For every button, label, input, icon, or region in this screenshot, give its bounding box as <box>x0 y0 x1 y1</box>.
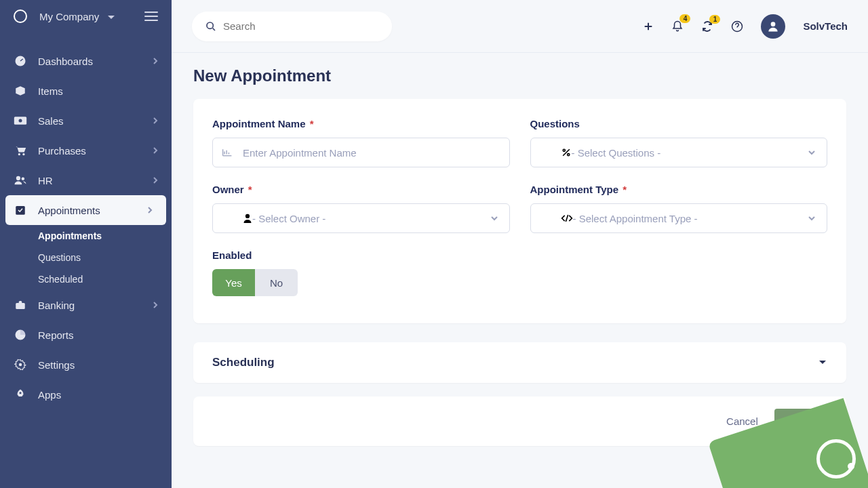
svg-point-5 <box>16 176 20 180</box>
appointment-type-select[interactable]: - Select Appointment Type - <box>530 203 828 233</box>
required-marker: * <box>307 118 314 129</box>
help-button[interactable] <box>731 20 743 33</box>
rocket-icon <box>14 388 27 401</box>
sidebar: My Company Dashboards Items S <box>0 0 172 488</box>
sidebar-item-purchases[interactable]: Purchases <box>0 136 172 165</box>
save-button[interactable]: Save <box>774 409 827 434</box>
search-box[interactable] <box>192 12 392 41</box>
search-input[interactable] <box>223 20 378 32</box>
appointment-type-label: Appointment Type * <box>530 184 828 195</box>
svg-point-15 <box>567 154 569 156</box>
questions-select[interactable]: - Select Questions - <box>530 138 828 167</box>
required-marker: * <box>620 184 627 195</box>
chevron-right-icon <box>153 301 158 309</box>
pie-chart-icon <box>14 328 27 342</box>
topbar: 4 1 SolvTech <box>172 0 868 53</box>
chevron-right-icon <box>153 117 158 125</box>
sidebar-item-dashboards[interactable]: Dashboards <box>0 46 172 76</box>
company-name: My Company <box>39 11 99 22</box>
nav-label: Banking <box>38 300 75 311</box>
svg-point-13 <box>771 22 776 26</box>
code-icon <box>561 214 573 223</box>
box-icon <box>14 84 27 98</box>
nav: Dashboards Items Sales Purchases <box>0 46 172 409</box>
main: 4 1 SolvTech New Appointment Appointment… <box>172 0 868 488</box>
sidebar-item-banking[interactable]: Banking <box>0 290 172 320</box>
chevron-down-icon <box>818 359 827 366</box>
top-icons: 4 1 SolvTech <box>643 14 848 39</box>
user-name[interactable]: SolvTech <box>803 20 848 32</box>
chevron-down-icon <box>808 150 816 155</box>
person-icon <box>243 213 252 224</box>
chevron-right-icon <box>153 176 158 184</box>
questions-label: Questions <box>530 118 828 129</box>
percent-icon <box>561 147 572 158</box>
svg-point-6 <box>22 177 25 180</box>
svg-point-11 <box>207 22 213 28</box>
svg-point-4 <box>22 153 24 155</box>
chevron-down-icon <box>808 216 816 221</box>
questions-placeholder: - Select Questions - <box>572 147 661 159</box>
appointment-type-placeholder: - Select Appointment Type - <box>573 213 698 224</box>
chevron-right-icon <box>147 206 153 214</box>
subnav-item-questions[interactable]: Questions <box>38 247 172 268</box>
sidebar-item-settings[interactable]: Settings <box>0 350 172 380</box>
cash-icon <box>14 114 27 127</box>
add-button[interactable] <box>643 21 654 32</box>
sidebar-item-hr[interactable]: HR <box>0 165 172 195</box>
nav-label: Settings <box>38 359 75 371</box>
menu-toggle-icon[interactable] <box>144 12 158 21</box>
corner-logo-icon <box>816 439 856 479</box>
users-icon <box>14 174 27 187</box>
footer-bar: Cancel Save <box>193 396 846 446</box>
svg-point-10 <box>20 392 22 394</box>
calendar-check-icon <box>14 203 27 217</box>
appointment-name-input[interactable] <box>212 138 510 167</box>
sync-button[interactable]: 1 <box>701 20 713 33</box>
company-selector[interactable]: My Company <box>39 11 144 22</box>
page-title: New Appointment <box>193 66 846 85</box>
nav-label: Sales <box>38 115 64 127</box>
owner-placeholder: - Select Owner - <box>252 213 326 224</box>
svg-point-3 <box>18 153 20 155</box>
chart-icon <box>222 148 233 157</box>
svg-point-14 <box>563 149 565 151</box>
enabled-toggle: Yes No <box>212 269 298 296</box>
briefcase-icon <box>14 298 27 312</box>
appointment-name-label: Appointment Name * <box>212 118 510 129</box>
enabled-no-button[interactable]: No <box>255 269 298 296</box>
svg-point-2 <box>19 119 22 123</box>
sidebar-item-items[interactable]: Items <box>0 76 172 106</box>
required-marker: * <box>245 184 252 195</box>
logo-icon <box>14 9 27 23</box>
chevron-right-icon <box>153 146 158 155</box>
field-appointment-type: Appointment Type * - Select Appointment … <box>530 184 828 233</box>
sidebar-item-reports[interactable]: Reports <box>0 320 172 350</box>
avatar[interactable] <box>761 14 785 39</box>
sidebar-item-apps[interactable]: Apps <box>0 380 172 409</box>
field-questions: Questions - Select Questions - <box>530 118 828 167</box>
subnav-item-appointments[interactable]: Appointments <box>38 225 172 247</box>
sidebar-item-sales[interactable]: Sales <box>0 106 172 136</box>
enabled-yes-button[interactable]: Yes <box>212 269 255 296</box>
owner-label: Owner * <box>212 184 510 195</box>
sidebar-header: My Company <box>0 0 172 33</box>
notifications-badge: 4 <box>679 14 690 23</box>
search-icon <box>205 21 216 32</box>
cancel-button[interactable]: Cancel <box>726 415 758 427</box>
chevron-down-icon <box>490 216 498 221</box>
nav-label: Reports <box>38 329 74 341</box>
enabled-label: Enabled <box>212 249 510 261</box>
scheduling-accordion[interactable]: Scheduling <box>193 342 846 383</box>
subnav-appointments: Appointments Questions Scheduled <box>0 225 172 290</box>
owner-select[interactable]: - Select Owner - <box>212 203 510 233</box>
field-owner: Owner * - Select Owner - <box>212 184 510 233</box>
subnav-item-scheduled[interactable]: Scheduled <box>38 268 172 290</box>
form-card: Appointment Name * Questions <box>193 99 846 323</box>
notifications-button[interactable]: 4 <box>671 20 684 33</box>
sidebar-item-appointments[interactable]: Appointments <box>5 195 166 225</box>
chevron-right-icon <box>153 57 158 65</box>
sync-badge: 1 <box>709 15 720 24</box>
nav-label: HR <box>38 175 53 186</box>
nav-label: Purchases <box>38 145 86 157</box>
